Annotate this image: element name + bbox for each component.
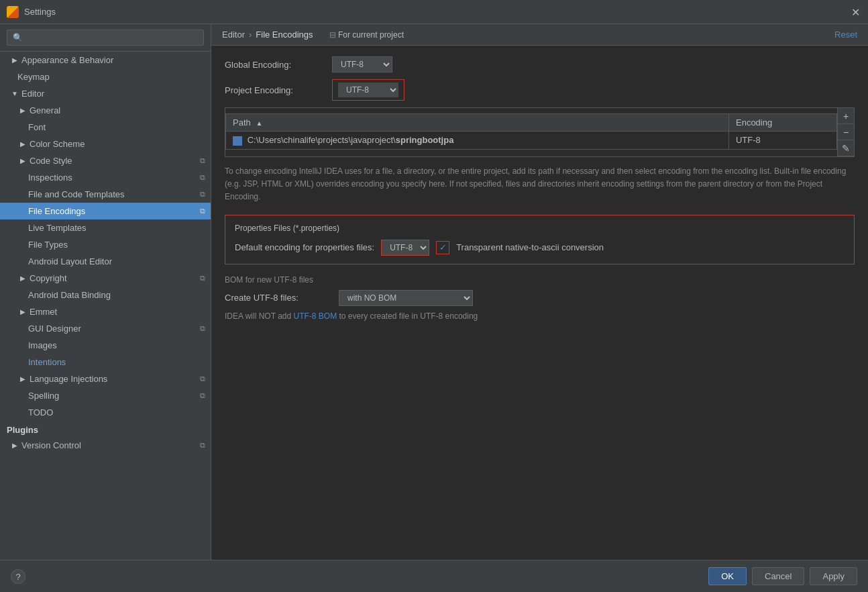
table-row[interactable]: C:\Users\chinalife\projects\javaproject\… (226, 132, 837, 150)
sidebar-item-label: Images (28, 340, 57, 350)
sidebar-item-label: Code Style (30, 156, 72, 166)
properties-files-section: Properties Files (*.properties) Default … (225, 215, 855, 264)
cancel-button[interactable]: Cancel (752, 567, 804, 585)
project-encoding-select[interactable]: UTF-8 (338, 83, 398, 97)
sidebar-item-label: File Encodings (28, 206, 85, 216)
global-encoding-select[interactable]: UTF-8 (332, 56, 392, 72)
global-encoding-row: Global Encoding: UTF-8 (225, 56, 855, 72)
sidebar-item-intentions[interactable]: Intentions (0, 354, 211, 371)
sidebar-item-images[interactable]: Images (0, 337, 211, 354)
help-button[interactable]: ? (11, 569, 25, 584)
sidebar-item-todo[interactable]: TODO (0, 404, 211, 421)
bom-row: Create UTF-8 files: with NO BOM with BOM (225, 290, 855, 306)
bom-select[interactable]: with NO BOM with BOM (339, 290, 473, 306)
remove-path-button[interactable]: − (838, 124, 854, 140)
sidebar-item-label: GUI Designer (28, 324, 81, 334)
bom-section: BOM for new UTF-8 files Create UTF-8 fil… (225, 275, 855, 321)
sidebar-item-android-layout-editor[interactable]: Android Layout Editor (0, 253, 211, 270)
arrow-icon: ▶ (19, 107, 27, 115)
close-button[interactable]: ✕ (851, 5, 860, 18)
file-table-wrapper: Path ▲ Encoding (225, 107, 855, 157)
sidebar-item-version-control[interactable]: ▶ Version Control ⧉ (0, 437, 211, 454)
add-path-button[interactable]: + (838, 108, 854, 124)
sidebar-item-label: Spelling (28, 391, 59, 401)
sort-arrow-icon: ▲ (256, 119, 262, 127)
sidebar-item-copyright[interactable]: ▶ Copyright ⧉ (0, 270, 211, 287)
bom-section-title: BOM for new UTF-8 files (225, 275, 855, 285)
file-table: Path ▲ Encoding (225, 113, 837, 150)
arrow-icon: ▶ (19, 140, 27, 148)
sidebar-item-label: Android Data Binding (28, 290, 111, 300)
props-encoding-select[interactable]: UTF-8 (382, 240, 429, 255)
bom-hint: IDEA will NOT add UTF-8 BOM to every cre… (225, 311, 855, 321)
breadcrumb-project: ⊟ For current project (329, 30, 404, 40)
arrow-icon: ▼ (11, 90, 19, 98)
sidebar-item-font[interactable]: Font (0, 119, 211, 136)
copy-icon: ⧉ (200, 274, 205, 283)
sidebar: ▶ Appearance & Behavior Keymap ▼ Editor … (0, 24, 211, 560)
sidebar-item-label: Copyright (30, 273, 67, 283)
breadcrumb-separator: › (249, 30, 252, 40)
create-utf8-label: Create UTF-8 files: (225, 293, 332, 303)
sidebar-item-code-style[interactable]: ▶ Code Style ⧉ (0, 152, 211, 169)
sidebar-item-file-types[interactable]: File Types (0, 236, 211, 253)
bottom-bar: ? OK Cancel Apply (0, 560, 868, 592)
hint-text: To change encoding IntelliJ IDEA uses fo… (225, 165, 855, 204)
sidebar-item-label: Live Templates (28, 223, 86, 233)
arrow-icon: ▶ (19, 157, 27, 165)
sidebar-item-label: File and Code Templates (28, 189, 125, 199)
properties-row: Default encoding for properties files: U… (235, 240, 845, 256)
arrow-icon: ▶ (11, 56, 19, 64)
col-path-header[interactable]: Path ▲ (226, 114, 729, 132)
sidebar-item-keymap[interactable]: Keymap (0, 68, 211, 85)
sidebar-item-label: Version Control (21, 440, 81, 450)
transparent-checkbox[interactable]: ✓ (436, 241, 449, 254)
transparent-label: Transparent native-to-ascii conversion (456, 242, 604, 252)
props-encoding-select-box: UTF-8 (381, 240, 429, 256)
sidebar-item-editor[interactable]: ▼ Editor (0, 85, 211, 102)
sidebar-item-language-injections[interactable]: ▶ Language Injections ⧉ (0, 371, 211, 387)
sidebar-item-gui-designer[interactable]: GUI Designer ⧉ (0, 320, 211, 337)
project-encoding-label: Project Encoding: (225, 85, 332, 95)
copy-icon: ⧉ (200, 156, 205, 165)
breadcrumb-current: File Encodings (256, 30, 313, 40)
sidebar-item-live-templates[interactable]: Live Templates (0, 219, 211, 236)
sidebar-item-file-encodings[interactable]: File Encodings ⧉ (0, 203, 211, 219)
col-encoding-header: Encoding (728, 114, 836, 132)
arrow-icon: ▶ (19, 375, 27, 383)
search-input[interactable] (7, 30, 204, 46)
arrow-icon: ▶ (11, 442, 19, 450)
bom-hint-link[interactable]: UTF-8 BOM (293, 311, 337, 321)
reset-button[interactable]: Reset (834, 30, 857, 40)
check-icon: ✓ (439, 242, 447, 252)
copy-icon: ⧉ (200, 391, 205, 400)
copy-icon: ⧉ (200, 190, 205, 199)
default-encoding-label: Default encoding for properties files: (235, 242, 374, 252)
sidebar-item-label: Editor (21, 89, 44, 99)
sidebar-item-label: Keymap (17, 72, 50, 82)
sidebar-item-appearance[interactable]: ▶ Appearance & Behavior (0, 52, 211, 68)
sidebar-item-file-and-code-templates[interactable]: File and Code Templates ⧉ (0, 186, 211, 203)
breadcrumb-bar: Editor › File Encodings ⊟ For current pr… (211, 24, 868, 46)
project-encoding-row: Project Encoding: UTF-8 (225, 79, 855, 101)
copy-icon: ⧉ (200, 324, 205, 333)
sidebar-item-label: Android Layout Editor (28, 256, 112, 266)
sidebar-item-general[interactable]: ▶ General (0, 102, 211, 119)
apply-button[interactable]: Apply (810, 567, 857, 585)
sidebar-item-android-data-binding[interactable]: Android Data Binding (0, 287, 211, 303)
sidebar-item-label: Appearance & Behavior (21, 55, 113, 65)
sidebar-item-spelling[interactable]: Spelling ⧉ (0, 387, 211, 404)
arrow-icon: ▶ (19, 275, 27, 283)
file-table-inner: Path ▲ Encoding (225, 108, 837, 156)
table-side-buttons: + − ✎ (837, 108, 854, 156)
sidebar-item-color-scheme[interactable]: ▶ Color Scheme (0, 136, 211, 152)
sidebar-item-emmet[interactable]: ▶ Emmet (0, 303, 211, 320)
copy-icon: ⧉ (200, 207, 205, 215)
arrow-icon: ▶ (19, 308, 27, 316)
content-area: Editor › File Encodings ⊟ For current pr… (211, 24, 868, 560)
sidebar-item-inspections[interactable]: Inspections ⧉ (0, 169, 211, 186)
table-cell-path: C:\Users\chinalife\projects\javaproject\… (226, 132, 729, 150)
edit-path-button[interactable]: ✎ (838, 140, 854, 156)
main-layout: ▶ Appearance & Behavior Keymap ▼ Editor … (0, 24, 868, 560)
ok-button[interactable]: OK (708, 567, 747, 585)
